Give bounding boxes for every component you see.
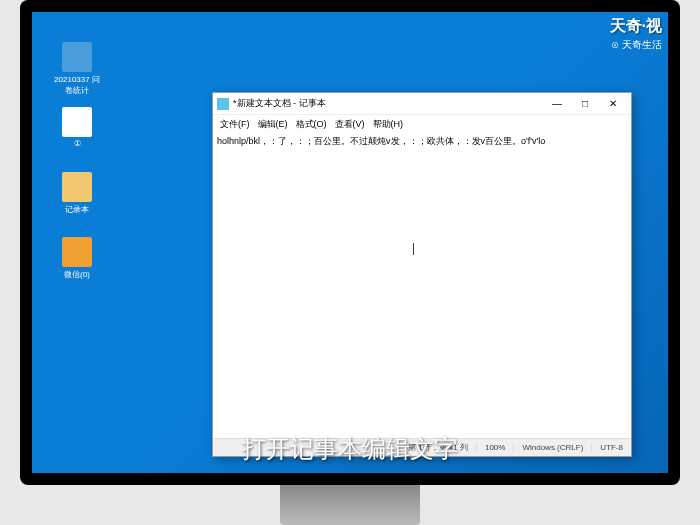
menubar: 文件(F) 编辑(E) 格式(O) 查看(V) 帮助(H) xyxy=(213,115,631,133)
editor-content: holhnlp/bkl，：了，：；百公里。不过颠炖v发，：；欧共体，：发v百公里… xyxy=(217,135,627,148)
menu-file[interactable]: 文件(F) xyxy=(217,117,253,132)
monitor-bezel: 20210337 问卷统计 ① 记录本 微信(0) *新建文本文档 - 记事本 … xyxy=(20,0,680,485)
desktop-icon-file[interactable]: ① xyxy=(52,107,102,148)
file-icon xyxy=(62,107,92,137)
notes-icon xyxy=(62,172,92,202)
desktop-screen: 20210337 问卷统计 ① 记录本 微信(0) *新建文本文档 - 记事本 … xyxy=(32,12,668,473)
text-cursor xyxy=(413,243,414,255)
window-controls: — □ ✕ xyxy=(543,94,627,114)
minimize-button[interactable]: — xyxy=(543,94,571,114)
wechat-icon xyxy=(62,237,92,267)
text-editor[interactable]: holhnlp/bkl，：了，：；百公里。不过颠炖v发，：；欧共体，：发v百公里… xyxy=(213,133,631,438)
desktop-icon-notes[interactable]: 记录本 xyxy=(52,172,102,215)
brand-watermark: 天奇·视 xyxy=(610,16,662,37)
word-icon xyxy=(62,42,92,72)
subtitle-caption: 打开记事本编辑文字 xyxy=(32,433,668,465)
menu-edit[interactable]: 编辑(E) xyxy=(255,117,291,132)
menu-format[interactable]: 格式(O) xyxy=(293,117,330,132)
monitor-stand xyxy=(280,485,420,525)
notepad-window: *新建文本文档 - 记事本 — □ ✕ 文件(F) 编辑(E) 格式(O) 查看… xyxy=(212,92,632,457)
maximize-button[interactable]: □ xyxy=(571,94,599,114)
brand-watermark-sub: ⊙ 天奇生活 xyxy=(611,38,662,52)
menu-view[interactable]: 查看(V) xyxy=(332,117,368,132)
window-title: *新建文本文档 - 记事本 xyxy=(233,97,543,110)
titlebar[interactable]: *新建文本文档 - 记事本 — □ ✕ xyxy=(213,93,631,115)
close-button[interactable]: ✕ xyxy=(599,94,627,114)
notepad-app-icon xyxy=(217,98,229,110)
desktop-icon-wechat[interactable]: 微信(0) xyxy=(52,237,102,280)
menu-help[interactable]: 帮助(H) xyxy=(370,117,407,132)
desktop-icon-doc[interactable]: 20210337 问卷统计 xyxy=(52,42,102,96)
